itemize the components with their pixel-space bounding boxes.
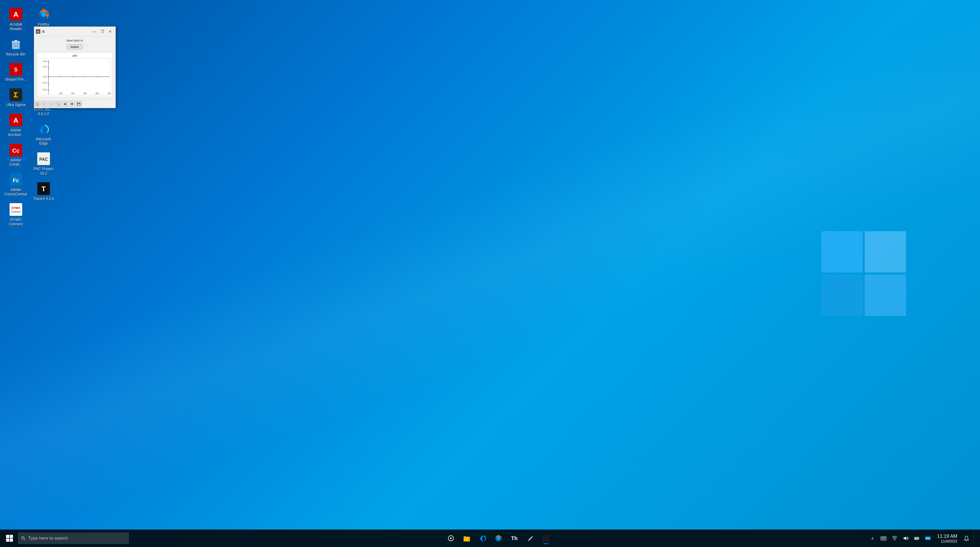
svg-text:S: S [14,67,18,72]
tk-titlebar: tk tk — ❐ ✕ [34,27,116,36]
svg-text:tk: tk [37,30,40,33]
tk-tool-zoom2[interactable]: ⊕ [62,101,68,107]
taskbar-firefox[interactable] [492,531,505,545]
svg-point-23 [41,12,46,17]
taskbar-pen[interactable] [523,531,537,545]
acrobat-reader-icon[interactable]: A Acrobat Reader [3,5,29,33]
svg-text:0.02: 0.02 [43,65,47,68]
tray-notification[interactable] [962,534,971,543]
svg-text:0.00: 0.00 [43,75,47,78]
pac-project-label: PAC Project 10.2 [32,167,56,175]
guix-label: GUIX Stu... 5.6.1.0 [32,107,56,116]
windows-logo [821,231,906,316]
svg-text:0: 0 [48,92,49,95]
system-tray: ∧ [868,534,932,543]
taskbar-task-view[interactable] [444,531,458,545]
svg-rect-79 [883,537,885,538]
taskbar-center: Th [444,531,553,545]
pac-project-icon[interactable]: PAC PAC Project 10.2 [30,150,57,178]
tk-tool-home[interactable]: 🏠 [35,101,40,107]
tray-keyboard[interactable] [879,534,888,543]
tray-overflow[interactable]: ∧ [868,534,877,543]
adobe-creative-label: Adobe Creati... [4,158,28,167]
svg-point-69 [450,537,452,539]
tk-close-button[interactable]: ✕ [107,28,114,35]
svg-text:300: 300 [83,92,87,95]
tk-plot-area[interactable]: 0.04 0.02 0.00 -0.02 -0.04 0 100 200 300… [38,58,111,95]
taskbar-active-app[interactable] [539,531,553,545]
tracex-icon[interactable]: T TraceX 5.2.0 [30,180,57,203]
tk-plot-title: plot [38,54,111,57]
svg-rect-63 [10,535,13,538]
firefox-label: Firefox [38,22,49,27]
svg-text:A: A [13,10,19,19]
tk-window-controls: — ❐ ✕ [91,28,114,35]
start-button[interactable] [3,531,16,545]
tk-body: label label to button plot 0.04 0.02 [34,36,116,100]
ultra-sigma-label: Ultra Sigma [6,103,25,107]
tk-tool-back[interactable]: ← [41,101,47,107]
svg-rect-86 [915,538,918,539]
svg-text:400: 400 [95,92,99,95]
search-input[interactable] [28,536,126,541]
firefox-icon[interactable]: Firefox [30,5,57,29]
adobe-forms-icon[interactable]: Fc Adobe FormsCentral [3,171,29,199]
shaper-label: ShaperTFA... [5,77,27,82]
svg-text:200: 200 [71,92,75,95]
svg-text:100: 100 [59,92,63,95]
taskbar: Th ∧ [0,529,980,547]
search-icon [21,536,25,541]
edge-icon[interactable]: Microsoft Edge [30,120,57,148]
tk-tool-zoom[interactable]: 🔍 [55,101,61,107]
taskbar-th[interactable]: Th [508,531,521,545]
tk-minimize-button[interactable]: — [91,28,98,35]
svg-text:-0.02: -0.02 [42,81,47,84]
svg-rect-19 [10,203,22,216]
adobe-creative-icon[interactable]: Cc Adobe Creati... [3,141,29,169]
svg-text:-0.04: -0.04 [42,88,47,91]
svg-text:Fc: Fc [13,177,19,183]
tk-tool-forward[interactable]: → [48,101,54,107]
tk-tool-pan[interactable]: ✥ [69,101,75,107]
tk-plot-container: plot 0.04 0.02 0.00 -0.02 -0.04 [37,52,113,97]
tray-language[interactable]: ENG [923,534,932,543]
tray-battery[interactable] [912,534,921,543]
dymo-connect-label: DYMO Connect [4,217,28,226]
adobe-acrobat2-icon[interactable]: A Adobe Acrobat... [3,111,29,139]
icon-column-1: A Acrobat Reader [3,5,29,229]
tray-network[interactable] [890,534,899,543]
svg-rect-76 [881,537,886,540]
edge-label: Microsoft Edge [32,137,56,146]
taskbar-edge[interactable] [476,531,490,545]
adobe-acrobat2-label: Adobe Acrobat... [4,128,28,137]
svg-rect-81 [882,539,885,539]
ultra-sigma-icon[interactable]: Σ Ultra Sigma [3,86,29,109]
svg-rect-5 [14,40,18,41]
search-bar[interactable] [18,533,129,544]
tk-action-button[interactable]: button [67,44,83,49]
svg-text:Σ: Σ [14,91,18,99]
tk-restore-button[interactable]: ❐ [99,28,106,35]
tk-button-row: button [37,44,113,49]
clock-time: 11:19 AM [937,534,957,539]
show-desktop-button[interactable] [974,531,977,545]
recycle-bin-icon[interactable]: Recycle Bin [3,35,29,59]
svg-point-72 [497,537,500,540]
desktop: A Acrobat Reader [0,0,980,547]
svg-text:Cc: Cc [12,147,19,154]
tray-volume[interactable] [901,534,910,543]
svg-rect-78 [883,537,883,538]
svg-line-67 [24,539,25,541]
dymo-connect-icon[interactable]: DYMO Connect DYMO Connect [3,201,29,228]
tk-tool-save[interactable]: 💾 [76,101,82,107]
shaper-icon[interactable]: S ShaperTFA... [3,60,29,84]
tk-toolbar: 🏠 ← → 🔍 ⊕ ✥ 💾 [34,100,116,108]
taskbar-right: ∧ [868,531,977,545]
svg-text:A: A [13,116,19,124]
svg-text:Connect: Connect [11,210,21,213]
taskbar-file-explorer[interactable] [460,531,474,545]
svg-marker-83 [904,536,906,540]
clock[interactable]: 11:19 AM 11/4/2022 [935,533,959,544]
svg-rect-65 [10,539,13,542]
tk-window: tk tk — ❐ ✕ label label to button plot [34,26,116,108]
